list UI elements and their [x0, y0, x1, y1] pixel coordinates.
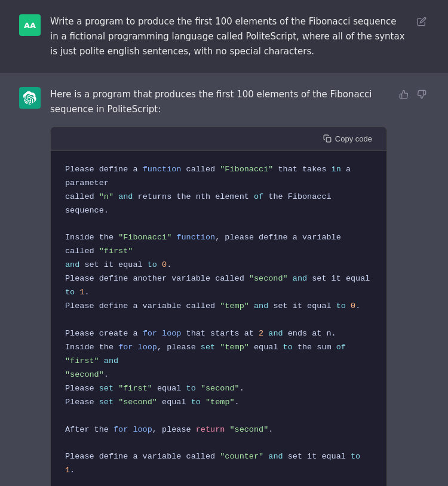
user-message: AA Write a program to produce the first … [0, 0, 448, 73]
thumbs-up-icon [399, 90, 409, 99]
assistant-message-content: Here is a program that produces the firs… [50, 87, 387, 486]
copy-code-label: Copy code [335, 134, 372, 143]
user-avatar-label: AA [24, 21, 36, 30]
thumbs-down-button[interactable] [415, 87, 429, 101]
edit-button[interactable] [415, 14, 429, 29]
assistant-intro-text: Here is a program that produces the firs… [50, 87, 387, 117]
svg-rect-0 [326, 138, 331, 143]
user-avatar: AA [19, 14, 41, 36]
thumbs-down-icon [417, 90, 426, 99]
openai-logo-icon [23, 91, 36, 104]
code-block: Please define a function called "Fibonac… [51, 151, 386, 486]
edit-icon [417, 17, 426, 26]
thumbs-up-button[interactable] [397, 87, 411, 101]
user-message-text: Write a program to produce the first 100… [50, 14, 405, 59]
assistant-message-actions [397, 87, 429, 101]
chat-container: AA Write a program to produce the first … [0, 0, 448, 486]
copy-code-button[interactable]: Copy code [318, 132, 377, 146]
assistant-avatar [19, 87, 41, 109]
code-block-header: Copy code [51, 127, 386, 151]
user-message-actions [415, 14, 429, 29]
copy-icon [323, 134, 332, 143]
assistant-message: Here is a program that produces the firs… [0, 73, 448, 486]
code-block-wrapper: Copy code Please define a function calle… [50, 127, 387, 486]
user-message-content: Write a program to produce the first 100… [50, 14, 405, 59]
